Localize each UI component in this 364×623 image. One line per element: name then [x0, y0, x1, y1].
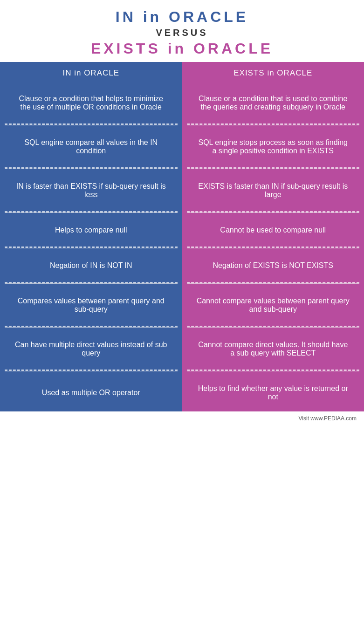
footer: Visit www.PEDIAA.com [0, 411, 364, 424]
exists-cell: Cannot compare values between parent que… [182, 287, 364, 324]
in-cell: Used as multiple OR operator [0, 374, 182, 411]
table-row: Can have multiple direct values instead … [0, 330, 364, 368]
in-cell: Negation of IN is NOT IN [0, 251, 182, 280]
in-cell: Can have multiple direct values instead … [0, 330, 182, 368]
in-cell: SQL engine compare all values in the IN … [0, 128, 182, 165]
table-row: SQL engine compare all values in the IN … [0, 128, 364, 165]
in-cell: Compares values between parent query and… [0, 287, 182, 324]
exists-cell: Cannot be used to compare null [182, 216, 364, 245]
table-row: Negation of IN is NOT INNegation of EXIS… [0, 251, 364, 280]
table-row: Used as multiple OR operatorHelps to fin… [0, 374, 364, 411]
separator-row [0, 368, 364, 374]
exists-column-header: EXISTS in ORACLE [182, 62, 364, 84]
in-cell: IN is faster than EXISTS if sub-query re… [0, 172, 182, 209]
main-title-in: IN in ORACLE [9, 8, 355, 26]
table-row: Helps to compare nullCannot be used to c… [0, 216, 364, 245]
separator-row [0, 165, 364, 172]
exists-cell: Clause or a condition that is used to co… [182, 84, 364, 122]
versus-text: VERSUS [9, 27, 355, 38]
separator-row [0, 122, 364, 128]
separator-row [0, 280, 364, 287]
exists-cell: EXISTS is faster than IN if sub-query re… [182, 172, 364, 209]
comparison-table: IN in ORACLE EXISTS in ORACLE Clause or … [0, 62, 364, 411]
table-row: IN is faster than EXISTS if sub-query re… [0, 172, 364, 209]
table-row: Compares values between parent query and… [0, 287, 364, 324]
header: IN in ORACLE VERSUS EXISTS in ORACLE [0, 0, 364, 62]
main-title-exists: EXISTS in ORACLE [9, 40, 355, 57]
column-headers: IN in ORACLE EXISTS in ORACLE [0, 62, 364, 84]
exists-cell: SQL engine stops process as soon as find… [182, 128, 364, 165]
in-cell: Helps to compare null [0, 216, 182, 245]
in-column-header: IN in ORACLE [0, 62, 182, 84]
exists-cell: Helps to find whether any value is retur… [182, 374, 364, 411]
in-cell: Clause or a condition that helps to mini… [0, 84, 182, 122]
exists-cell: Cannot compare direct values. It should … [182, 330, 364, 368]
separator-row [0, 324, 364, 330]
table-row: Clause or a condition that helps to mini… [0, 84, 364, 122]
separator-row [0, 245, 364, 251]
exists-cell: Negation of EXISTS is NOT EXISTS [182, 251, 364, 280]
separator-row [0, 209, 364, 216]
